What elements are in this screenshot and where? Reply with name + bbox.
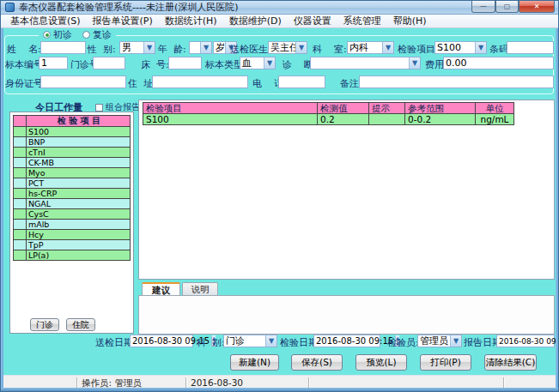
results-header-cell: 单位: [476, 103, 514, 114]
remark-input[interactable]: [359, 75, 554, 88]
test-item-label: 检验项目:: [398, 43, 439, 56]
list-item-selector[interactable]: [14, 148, 27, 158]
menu-item-4[interactable]: 仪器设置: [288, 15, 337, 27]
visit-radio-1[interactable]: 复诊: [82, 28, 112, 41]
report-date-spinner[interactable]: 2016-08-30 09:15 ▲▼: [496, 335, 555, 347]
dept-combo[interactable]: 门诊▼: [223, 335, 277, 347]
list-item-selector[interactable]: [14, 189, 27, 199]
id-card-input[interactable]: [40, 75, 126, 88]
list-item[interactable]: CK-MB: [14, 158, 131, 168]
list-item[interactable]: TpP: [14, 240, 131, 250]
radio-icon[interactable]: [82, 31, 90, 39]
list-item-selector[interactable]: [14, 230, 27, 240]
list-item[interactable]: PCT: [14, 178, 131, 189]
age-combo[interactable]: ▼: [189, 41, 212, 54]
list-header-spacer: [14, 116, 27, 127]
list-item-selector[interactable]: [14, 250, 27, 261]
list-item[interactable]: NGAL: [14, 199, 131, 209]
tab-1[interactable]: 说明: [182, 282, 218, 295]
gender-combo[interactable]: 男▼: [119, 41, 155, 54]
list-item-label: CK-MB: [27, 158, 131, 168]
diagnosis-combo[interactable]: ▼: [310, 57, 421, 69]
menu-item-2[interactable]: 数据统计(H): [159, 15, 223, 27]
name-input[interactable]: [40, 41, 86, 54]
minimize-icon[interactable]: —: [471, 1, 495, 13]
list-item-label: Myo: [27, 168, 131, 178]
name-label: 姓 名:: [7, 43, 43, 56]
results-cell: 0.2: [318, 114, 369, 125]
save-button[interactable]: 保存(S): [291, 354, 343, 371]
checkbox-icon[interactable]: [95, 104, 103, 112]
doctor-combo[interactable]: 吴主任▼: [268, 41, 307, 54]
app-window: 泰杰仪器配套检验管理系统----未注册(深圳人民医院) — ▢ ✕ 基本信息设置…: [0, 0, 559, 392]
chevron-down-icon: ▼: [200, 42, 211, 53]
chevron-down-icon: ▼: [143, 42, 155, 53]
new-button[interactable]: 新建(N): [230, 354, 279, 371]
menu-item-0[interactable]: 基本信息设置(S): [4, 15, 87, 27]
list-item-selector[interactable]: [14, 199, 27, 209]
sample-type-combo[interactable]: 血▼: [240, 57, 276, 69]
list-item[interactable]: Myo: [14, 168, 131, 178]
list-item[interactable]: cTnI: [14, 148, 131, 158]
list-item-label: S100: [27, 127, 131, 137]
list-item-selector[interactable]: [14, 127, 27, 137]
menu-item-1[interactable]: 报告单设置(P): [87, 15, 159, 27]
menu-item-5[interactable]: 系统管理: [337, 15, 387, 27]
sample-type-combo-value: 血: [240, 57, 264, 69]
menu-item-6[interactable]: 帮助(H): [387, 15, 433, 27]
maximize-icon[interactable]: ▢: [495, 1, 519, 13]
visit-radio-0[interactable]: 初诊: [43, 28, 72, 41]
preview-button[interactable]: 预览(L): [355, 354, 407, 371]
list-item-selector[interactable]: [14, 137, 27, 148]
address-input[interactable]: [152, 75, 248, 88]
bed-no-input[interactable]: [168, 57, 202, 69]
table-row[interactable]: S1000.20-0.2ng/mL: [143, 114, 514, 125]
list-item[interactable]: BNP: [14, 137, 131, 148]
list-item-selector[interactable]: [14, 178, 27, 189]
list-item-selector[interactable]: [14, 220, 27, 230]
app-icon: [5, 3, 15, 12]
list-item-label: LP(a): [27, 250, 131, 261]
tab-content[interactable]: [138, 295, 555, 335]
results-cell: [369, 114, 405, 125]
list-item-selector[interactable]: [14, 240, 27, 250]
results-cell: ng/mL: [476, 114, 514, 125]
diagnosis-combo-value: [311, 57, 409, 69]
radio-icon[interactable]: [43, 31, 51, 39]
window-title: 泰杰仪器配套检验管理系统----未注册(深圳人民医院): [19, 1, 238, 14]
window-frame-right: [556, 28, 558, 389]
print-button[interactable]: 打印(P): [420, 354, 471, 371]
barcode-input[interactable]: [507, 41, 554, 54]
list-item[interactable]: mAlb: [14, 220, 131, 230]
inpatient-button[interactable]: 住院: [66, 318, 95, 331]
sample-no-input[interactable]: [39, 57, 68, 69]
menu-item-3[interactable]: 数据维护(D): [223, 15, 288, 27]
test-date-spinner[interactable]: 2016-08-30 09:15 ▲▼: [313, 335, 380, 347]
list-item[interactable]: LP(a): [14, 250, 131, 261]
department-combo-value: 内科: [348, 42, 382, 53]
list-item-selector[interactable]: [14, 209, 27, 220]
list-item[interactable]: hs-CRP: [14, 189, 131, 199]
chevron-down-icon: ▼: [409, 57, 420, 69]
list-item[interactable]: S100: [14, 127, 131, 137]
department-combo[interactable]: 内科▼: [347, 41, 394, 54]
window-controls: — ▢ ✕: [471, 1, 555, 13]
fee-input[interactable]: [443, 57, 554, 69]
list-item-selector[interactable]: [14, 168, 27, 178]
test-item-combo[interactable]: S100▼: [434, 41, 487, 54]
outpatient-no-input[interactable]: [93, 57, 125, 69]
list-item-selector[interactable]: [14, 158, 27, 168]
close-icon[interactable]: ✕: [519, 1, 555, 13]
tester-combo[interactable]: 管理员▼: [417, 335, 462, 347]
clear-results-button[interactable]: 清除结果(C): [484, 354, 537, 371]
department-label: 科 室:: [313, 43, 347, 56]
send-date-spinner[interactable]: 2016-08-30 09:15 ▲▼: [130, 335, 193, 347]
tab-0[interactable]: 建议: [142, 282, 180, 295]
window-frame-bottom: [1, 388, 559, 391]
list-item[interactable]: Hcy: [14, 230, 131, 240]
outpatient-button[interactable]: 门诊: [30, 318, 59, 331]
bed-no-label: 床 号:: [141, 58, 169, 71]
age-unit-value: 岁: [214, 42, 225, 53]
list-item[interactable]: CysC: [14, 209, 131, 220]
phone-input[interactable]: [278, 75, 325, 88]
